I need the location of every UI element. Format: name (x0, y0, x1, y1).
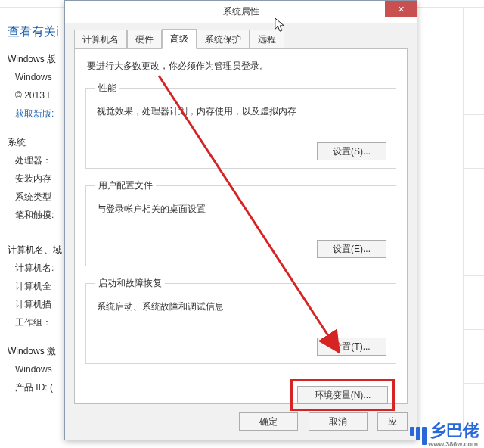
ok-button[interactable]: 确定 (239, 412, 298, 431)
startup-recovery-legend: 启动和故障恢复 (95, 277, 165, 290)
bg-info-list: Windows 版 Windows © 2013 I 获取新版: 系统 处理器：… (8, 45, 64, 397)
bg-domain: 计算机名、域 (8, 241, 64, 259)
bg-pid: 产品 ID: ( (8, 378, 64, 397)
tab-strip: 计算机名 硬件 高级 系统保护 远程 (74, 30, 417, 48)
bg-winsub: Windows (8, 68, 64, 86)
user-profiles-group: 用户配置文件 与登录帐户相关的桌面设置 设置(E)... (85, 179, 396, 266)
performance-desc: 视觉效果，处理器计划，内存使用，以及虚拟内存 (97, 105, 386, 118)
tab-advanced[interactable]: 高级 (162, 29, 197, 49)
bg-right-cells (463, 8, 484, 431)
bg-act: Windows 激 (8, 342, 64, 360)
tab-remote[interactable]: 远程 (250, 30, 284, 49)
tab-system-protection[interactable]: 系统保护 (197, 30, 250, 49)
bg-winver: Windows 版 (8, 50, 64, 68)
bg-ram: 安装内存 (8, 170, 64, 188)
performance-group: 性能 视觉效果，处理器计划，内存使用，以及虚拟内存 设置(S)... (85, 82, 396, 169)
bg-pcname: 计算机名: (8, 259, 64, 277)
bg-pen: 笔和触摸: (8, 206, 64, 224)
logo-bars-icon (410, 427, 427, 445)
admin-note: 要进行大多数更改，你必须作为管理员登录。 (87, 60, 396, 73)
bg-actsub: Windows (8, 360, 64, 378)
apply-button[interactable]: 应 (377, 412, 408, 431)
user-profiles-legend: 用户配置文件 (95, 179, 156, 192)
performance-settings-button[interactable]: 设置(S)... (317, 142, 386, 160)
bg-heading: 查看有关i (8, 24, 59, 40)
bg-newver-link[interactable]: 获取新版: (8, 104, 64, 123)
bg-system: 系统 (8, 133, 64, 151)
close-icon: ✕ (398, 5, 405, 14)
close-button[interactable]: ✕ (385, 1, 417, 17)
env-var-highlight-box: 环境变量(N)... (290, 379, 395, 411)
system-properties-dialog: 系统属性 ✕ 计算机名 硬件 高级 系统保护 远程 要进行大多数更改，你必须作为… (64, 0, 417, 440)
tab-advanced-panel: 要进行大多数更改，你必须作为管理员登录。 性能 视觉效果，处理器计划，内存使用，… (74, 48, 408, 404)
logo-url: www.386w.com (428, 440, 478, 448)
watermark-logo: 乡巴佬 www.386w.com (410, 419, 479, 445)
bg-workgroup: 工作组： (8, 313, 64, 331)
bg-copyright: © 2013 I (8, 86, 64, 104)
bg-cpu: 处理器： (8, 151, 64, 170)
bg-pcfull: 计算机全 (8, 277, 64, 295)
user-profiles-settings-button[interactable]: 设置(E)... (317, 240, 386, 258)
performance-legend: 性能 (95, 82, 119, 95)
tab-computer-name[interactable]: 计算机名 (74, 30, 127, 49)
environment-variables-button[interactable]: 环境变量(N)... (297, 386, 388, 404)
cancel-button[interactable]: 取消 (309, 412, 368, 431)
user-profiles-desc: 与登录帐户相关的桌面设置 (97, 203, 386, 216)
bg-systype: 系统类型 (8, 188, 64, 206)
startup-recovery-group: 启动和故障恢复 系统启动、系统故障和调试信息 设置(T)... (85, 277, 396, 364)
dialog-title: 系统属性 (223, 5, 259, 18)
tab-hardware[interactable]: 硬件 (127, 30, 162, 49)
logo-text: 乡巴佬 (430, 419, 479, 442)
dialog-titlebar[interactable]: 系统属性 ✕ (65, 1, 417, 23)
startup-recovery-settings-button[interactable]: 设置(T)... (317, 338, 386, 356)
startup-recovery-desc: 系统启动、系统故障和调试信息 (97, 300, 386, 313)
bg-pcdesc: 计算机描 (8, 295, 64, 313)
dialog-button-row: 确定 取消 应 (74, 412, 408, 431)
